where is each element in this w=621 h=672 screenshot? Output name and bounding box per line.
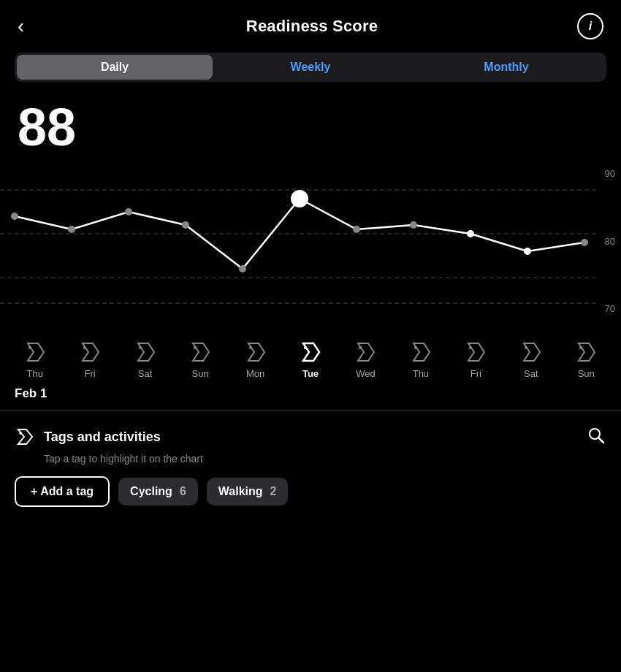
day-col-sun-2[interactable]: Sun xyxy=(573,339,599,379)
day-col-fri-1[interactable]: Fri xyxy=(77,339,103,379)
y-label-90: 90 xyxy=(605,168,615,179)
day-label-sat-1: Sat xyxy=(138,368,153,379)
day-col-tue[interactable]: Tue xyxy=(297,339,324,379)
svg-point-8 xyxy=(239,265,246,272)
section-subtitle: Tap a tag to highlight it on the chart xyxy=(15,453,606,465)
day-label-thu-1: Thu xyxy=(27,368,43,379)
svg-point-23 xyxy=(469,346,472,349)
svg-point-15 xyxy=(28,346,31,349)
back-button[interactable]: ‹ xyxy=(18,15,47,38)
day-col-sat-2[interactable]: Sat xyxy=(518,339,544,379)
tag-icon-fri-2 xyxy=(462,339,489,365)
svg-point-25 xyxy=(579,346,582,349)
tab-weekly[interactable]: Weekly xyxy=(213,55,408,80)
svg-point-18 xyxy=(194,346,197,349)
svg-point-26 xyxy=(19,432,22,435)
score-area: 88 xyxy=(0,93,621,153)
page-title: Readiness Score xyxy=(246,17,378,36)
tab-daily[interactable]: Daily xyxy=(17,55,213,80)
tag-icon-sun-2 xyxy=(573,339,599,365)
tags-section-header: Tags and activities xyxy=(15,425,606,448)
section-tag-icon xyxy=(15,427,35,447)
search-icon xyxy=(586,425,606,446)
day-label-mon: Mon xyxy=(246,368,264,379)
day-col-wed[interactable]: Wed xyxy=(352,339,378,379)
svg-point-4 xyxy=(11,213,18,220)
day-label-sun-1: Sun xyxy=(192,368,209,379)
day-col-thu-2[interactable]: Thu xyxy=(408,339,434,379)
tag-icon-sat-2 xyxy=(518,339,544,365)
tab-bar: Daily Weekly Monthly xyxy=(15,53,606,82)
tag-icon-mon xyxy=(243,339,269,365)
svg-line-28 xyxy=(599,438,604,443)
day-label-fri-2: Fri xyxy=(470,368,481,379)
day-label-sun-2: Sun xyxy=(578,368,595,379)
svg-point-5 xyxy=(68,226,75,233)
svg-point-20 xyxy=(304,346,307,349)
svg-point-14 xyxy=(581,239,588,246)
svg-point-17 xyxy=(139,346,142,349)
walking-chip[interactable]: Walking 2 xyxy=(207,478,289,505)
chart-container: 90 80 70 xyxy=(0,168,621,336)
tag-icon-thu-1 xyxy=(22,339,48,365)
tags-row: Thu Fri Sat Sun Mon xyxy=(0,336,621,379)
svg-point-11 xyxy=(410,221,417,229)
readiness-score: 88 xyxy=(18,101,603,153)
day-label-wed: Wed xyxy=(356,368,376,379)
svg-point-9 xyxy=(291,190,308,207)
svg-point-10 xyxy=(353,226,360,233)
info-button[interactable]: i xyxy=(577,13,603,39)
section-title: Tags and activities xyxy=(44,429,161,445)
svg-point-6 xyxy=(125,208,132,215)
day-col-sat-1[interactable]: Sat xyxy=(132,339,159,379)
y-label-70: 70 xyxy=(605,303,615,314)
search-button[interactable] xyxy=(586,425,606,448)
tag-icon-tue xyxy=(297,339,324,365)
cycling-count: 6 xyxy=(180,485,186,498)
day-col-thu-1[interactable]: Thu xyxy=(22,339,48,379)
tag-icon-wed xyxy=(352,339,378,365)
day-col-sun-1[interactable]: Sun xyxy=(187,339,213,379)
tag-icon-sat-1 xyxy=(132,339,159,365)
walking-label: Walking xyxy=(218,485,263,498)
svg-point-12 xyxy=(467,230,474,237)
tags-section: Tags and activities Tap a tag to highlig… xyxy=(0,411,621,519)
tab-monthly[interactable]: Monthly xyxy=(408,55,604,80)
day-label-tue: Tue xyxy=(302,368,319,379)
y-label-80: 80 xyxy=(605,236,615,247)
tag-icon-fri-1 xyxy=(77,339,103,365)
svg-point-7 xyxy=(182,221,189,229)
svg-point-21 xyxy=(359,346,362,349)
tag-icon-sun-1 xyxy=(187,339,213,365)
day-col-mon[interactable]: Mon xyxy=(243,339,269,379)
cycling-label: Cycling xyxy=(130,485,172,498)
day-label-thu-2: Thu xyxy=(413,368,429,379)
svg-point-19 xyxy=(249,346,252,349)
svg-point-22 xyxy=(414,346,417,349)
cycling-chip[interactable]: Cycling 6 xyxy=(118,478,198,505)
svg-point-24 xyxy=(525,346,527,349)
tag-icon-thu-2 xyxy=(408,339,434,365)
svg-point-16 xyxy=(83,346,86,349)
add-tag-button[interactable]: + Add a tag xyxy=(15,476,110,507)
day-label-sat-2: Sat xyxy=(524,368,538,379)
day-col-fri-2[interactable]: Fri xyxy=(462,339,489,379)
activity-row: + Add a tag Cycling 6 Walking 2 xyxy=(15,476,606,507)
walking-count: 2 xyxy=(270,485,277,498)
header: ‹ Readiness Score i xyxy=(0,0,621,48)
y-axis-labels: 90 80 70 xyxy=(605,168,615,314)
tags-section-left: Tags and activities xyxy=(15,427,161,447)
day-label-fri-1: Fri xyxy=(85,368,96,379)
svg-point-13 xyxy=(524,248,531,255)
date-label: Feb 1 xyxy=(0,379,621,410)
chart-svg xyxy=(0,168,621,314)
